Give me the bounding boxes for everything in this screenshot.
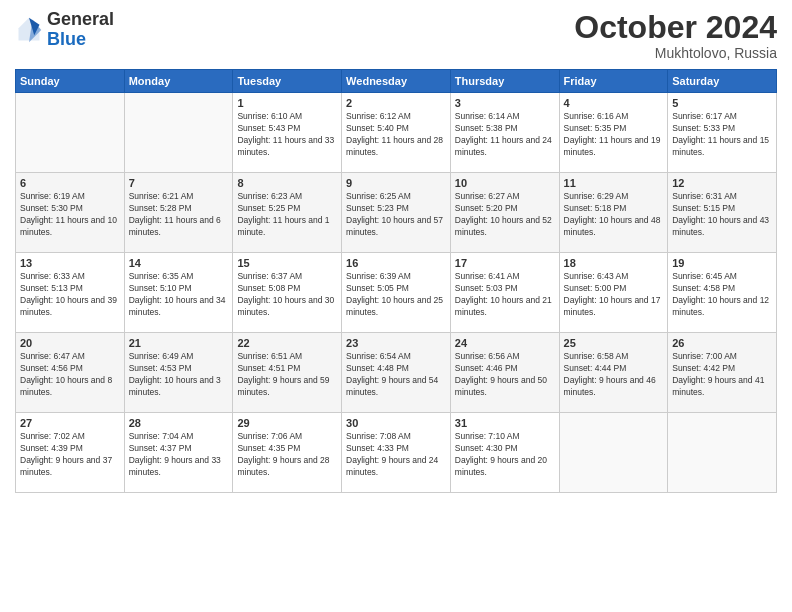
sunset-text: Sunset: 5:23 PM: [346, 203, 409, 213]
day-info: Sunrise: 6:14 AM Sunset: 5:38 PM Dayligh…: [455, 111, 555, 159]
logo-blue-text: Blue: [47, 29, 86, 49]
day-number: 22: [237, 337, 337, 349]
col-thursday: Thursday: [450, 70, 559, 93]
title-block: October 2024 Mukhtolovo, Russia: [574, 10, 777, 61]
sunrise-text: Sunrise: 6:12 AM: [346, 111, 411, 121]
day-number: 25: [564, 337, 664, 349]
calendar-week-row: 1 Sunrise: 6:10 AM Sunset: 5:43 PM Dayli…: [16, 93, 777, 173]
sunrise-text: Sunrise: 7:04 AM: [129, 431, 194, 441]
sunrise-text: Sunrise: 6:45 AM: [672, 271, 737, 281]
col-sunday: Sunday: [16, 70, 125, 93]
daylight-text: Daylight: 10 hours and 57 minutes.: [346, 215, 443, 237]
table-row: 1 Sunrise: 6:10 AM Sunset: 5:43 PM Dayli…: [233, 93, 342, 173]
sunset-text: Sunset: 5:15 PM: [672, 203, 735, 213]
sunrise-text: Sunrise: 6:25 AM: [346, 191, 411, 201]
day-info: Sunrise: 6:37 AM Sunset: 5:08 PM Dayligh…: [237, 271, 337, 319]
table-row: 3 Sunrise: 6:14 AM Sunset: 5:38 PM Dayli…: [450, 93, 559, 173]
sunset-text: Sunset: 5:00 PM: [564, 283, 627, 293]
table-row: 9 Sunrise: 6:25 AM Sunset: 5:23 PM Dayli…: [342, 173, 451, 253]
day-number: 26: [672, 337, 772, 349]
day-number: 7: [129, 177, 229, 189]
day-number: 16: [346, 257, 446, 269]
table-row: 10 Sunrise: 6:27 AM Sunset: 5:20 PM Dayl…: [450, 173, 559, 253]
table-row: [559, 413, 668, 493]
table-row: 29 Sunrise: 7:06 AM Sunset: 4:35 PM Dayl…: [233, 413, 342, 493]
day-number: 5: [672, 97, 772, 109]
day-number: 2: [346, 97, 446, 109]
sunrise-text: Sunrise: 6:16 AM: [564, 111, 629, 121]
daylight-text: Daylight: 11 hours and 24 minutes.: [455, 135, 552, 157]
table-row: 13 Sunrise: 6:33 AM Sunset: 5:13 PM Dayl…: [16, 253, 125, 333]
sunrise-text: Sunrise: 6:54 AM: [346, 351, 411, 361]
sunrise-text: Sunrise: 6:31 AM: [672, 191, 737, 201]
day-info: Sunrise: 6:23 AM Sunset: 5:25 PM Dayligh…: [237, 191, 337, 239]
daylight-text: Daylight: 10 hours and 39 minutes.: [20, 295, 117, 317]
day-info: Sunrise: 6:35 AM Sunset: 5:10 PM Dayligh…: [129, 271, 229, 319]
calendar-week-row: 20 Sunrise: 6:47 AM Sunset: 4:56 PM Dayl…: [16, 333, 777, 413]
sunset-text: Sunset: 5:18 PM: [564, 203, 627, 213]
day-number: 29: [237, 417, 337, 429]
daylight-text: Daylight: 11 hours and 1 minute.: [237, 215, 329, 237]
day-number: 12: [672, 177, 772, 189]
daylight-text: Daylight: 11 hours and 19 minutes.: [564, 135, 661, 157]
day-info: Sunrise: 6:39 AM Sunset: 5:05 PM Dayligh…: [346, 271, 446, 319]
table-row: 17 Sunrise: 6:41 AM Sunset: 5:03 PM Dayl…: [450, 253, 559, 333]
daylight-text: Daylight: 9 hours and 41 minutes.: [672, 375, 764, 397]
sunrise-text: Sunrise: 6:10 AM: [237, 111, 302, 121]
day-info: Sunrise: 6:33 AM Sunset: 5:13 PM Dayligh…: [20, 271, 120, 319]
sunrise-text: Sunrise: 6:37 AM: [237, 271, 302, 281]
daylight-text: Daylight: 9 hours and 59 minutes.: [237, 375, 329, 397]
day-info: Sunrise: 7:10 AM Sunset: 4:30 PM Dayligh…: [455, 431, 555, 479]
day-info: Sunrise: 7:08 AM Sunset: 4:33 PM Dayligh…: [346, 431, 446, 479]
day-info: Sunrise: 6:31 AM Sunset: 5:15 PM Dayligh…: [672, 191, 772, 239]
daylight-text: Daylight: 10 hours and 30 minutes.: [237, 295, 334, 317]
day-number: 15: [237, 257, 337, 269]
day-info: Sunrise: 6:29 AM Sunset: 5:18 PM Dayligh…: [564, 191, 664, 239]
sunset-text: Sunset: 5:13 PM: [20, 283, 83, 293]
day-number: 6: [20, 177, 120, 189]
table-row: 4 Sunrise: 6:16 AM Sunset: 5:35 PM Dayli…: [559, 93, 668, 173]
day-number: 11: [564, 177, 664, 189]
logo: General Blue: [15, 10, 114, 50]
logo-text: General Blue: [47, 10, 114, 50]
table-row: 22 Sunrise: 6:51 AM Sunset: 4:51 PM Dayl…: [233, 333, 342, 413]
sunset-text: Sunset: 5:05 PM: [346, 283, 409, 293]
day-number: 18: [564, 257, 664, 269]
daylight-text: Daylight: 11 hours and 6 minutes.: [129, 215, 221, 237]
table-row: [124, 93, 233, 173]
day-number: 28: [129, 417, 229, 429]
day-info: Sunrise: 6:17 AM Sunset: 5:33 PM Dayligh…: [672, 111, 772, 159]
sunset-text: Sunset: 5:20 PM: [455, 203, 518, 213]
table-row: 21 Sunrise: 6:49 AM Sunset: 4:53 PM Dayl…: [124, 333, 233, 413]
sunrise-text: Sunrise: 6:41 AM: [455, 271, 520, 281]
sunrise-text: Sunrise: 6:19 AM: [20, 191, 85, 201]
sunset-text: Sunset: 4:35 PM: [237, 443, 300, 453]
table-row: 15 Sunrise: 6:37 AM Sunset: 5:08 PM Dayl…: [233, 253, 342, 333]
sunrise-text: Sunrise: 6:21 AM: [129, 191, 194, 201]
day-info: Sunrise: 6:19 AM Sunset: 5:30 PM Dayligh…: [20, 191, 120, 239]
day-info: Sunrise: 6:49 AM Sunset: 4:53 PM Dayligh…: [129, 351, 229, 399]
day-number: 9: [346, 177, 446, 189]
sunrise-text: Sunrise: 6:27 AM: [455, 191, 520, 201]
header-row: Sunday Monday Tuesday Wednesday Thursday…: [16, 70, 777, 93]
sunset-text: Sunset: 4:39 PM: [20, 443, 83, 453]
day-number: 14: [129, 257, 229, 269]
day-info: Sunrise: 6:45 AM Sunset: 4:58 PM Dayligh…: [672, 271, 772, 319]
day-info: Sunrise: 6:12 AM Sunset: 5:40 PM Dayligh…: [346, 111, 446, 159]
daylight-text: Daylight: 9 hours and 37 minutes.: [20, 455, 112, 477]
table-row: 25 Sunrise: 6:58 AM Sunset: 4:44 PM Dayl…: [559, 333, 668, 413]
daylight-text: Daylight: 9 hours and 24 minutes.: [346, 455, 438, 477]
header: General Blue October 2024 Mukhtolovo, Ru…: [15, 10, 777, 61]
day-info: Sunrise: 6:16 AM Sunset: 5:35 PM Dayligh…: [564, 111, 664, 159]
sunrise-text: Sunrise: 6:14 AM: [455, 111, 520, 121]
sunrise-text: Sunrise: 6:58 AM: [564, 351, 629, 361]
table-row: 8 Sunrise: 6:23 AM Sunset: 5:25 PM Dayli…: [233, 173, 342, 253]
sunrise-text: Sunrise: 6:43 AM: [564, 271, 629, 281]
day-number: 27: [20, 417, 120, 429]
table-row: [16, 93, 125, 173]
day-info: Sunrise: 6:54 AM Sunset: 4:48 PM Dayligh…: [346, 351, 446, 399]
sunset-text: Sunset: 4:37 PM: [129, 443, 192, 453]
sunrise-text: Sunrise: 6:29 AM: [564, 191, 629, 201]
daylight-text: Daylight: 10 hours and 17 minutes.: [564, 295, 661, 317]
daylight-text: Daylight: 9 hours and 54 minutes.: [346, 375, 438, 397]
